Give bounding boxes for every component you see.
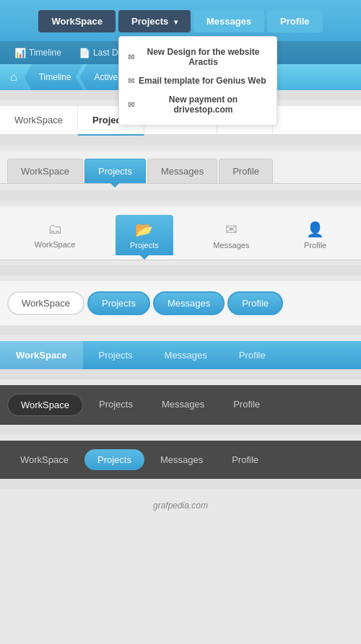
envelope-icon: ✉ — [225, 221, 238, 238]
dark-nav2-messages[interactable]: Messages — [147, 449, 216, 470]
dark-nav2-bar: WorkSpace Projects Messages Profile — [7, 449, 354, 470]
blue-nav-profile[interactable]: Profile — [223, 341, 282, 369]
icon-nav-bar: 🗂 WorkSpace 📂 Projects ✉ Messages 👤 Prof… — [0, 212, 361, 255]
tab-nav-projects[interactable]: Projects — [84, 159, 146, 183]
dark-nav-projects[interactable]: Projects — [86, 394, 146, 416]
person-icon: 👤 — [306, 221, 324, 238]
spacer8 — [0, 479, 361, 489]
spacer4 — [0, 265, 361, 275]
messages-button[interactable]: Messages — [193, 10, 264, 32]
pill-messages[interactable]: Messages — [153, 291, 225, 315]
icon-nav-messages[interactable]: ✉ Messages — [199, 215, 264, 255]
section6-blue-nav: WorkSpace Projects Messages Profile — [0, 341, 361, 369]
tab-nav-workspace[interactable]: WorkSpace — [7, 159, 83, 183]
dark-nav-messages[interactable]: Messages — [149, 394, 217, 416]
flat-nav-workspace[interactable]: WorkSpace — [0, 106, 78, 134]
pill-profile[interactable]: Profile — [227, 291, 283, 315]
doc-icon: 📄 — [79, 48, 90, 58]
section1-header: WorkSpace Projects ▾ New Design for the … — [0, 0, 361, 64]
icon-nav-projects[interactable]: 📂 Projects — [116, 215, 173, 255]
tab-lastd[interactable]: 📄 Last D — [71, 45, 126, 61]
section8-dark-blue-nav: WorkSpace Projects Messages Profile — [0, 441, 361, 479]
spacer6 — [0, 369, 361, 379]
projects-button[interactable]: Projects ▾ New Design for the website Ar… — [118, 10, 191, 32]
pill-projects[interactable]: Projects — [87, 291, 150, 315]
home-breadcrumb[interactable]: ⌂ — [0, 64, 27, 90]
footer: grafpedia.com — [0, 489, 361, 522]
blue-nav-bar: WorkSpace Projects Messages Profile — [0, 341, 361, 369]
blue-nav-workspace[interactable]: WorkSpace — [0, 341, 83, 369]
tab-timeline[interactable]: 📊 Timeline — [7, 45, 69, 61]
dark-nav2-projects[interactable]: Projects — [84, 449, 144, 470]
pill-nav-bar: WorkSpace Projects Messages Profile — [7, 291, 354, 315]
dark-nav2-profile[interactable]: Profile — [219, 449, 271, 470]
dropdown-item-2[interactable]: Email template for Genius Web — [119, 71, 277, 90]
icon-nav-workspace[interactable]: 🗂 WorkSpace — [20, 215, 90, 255]
tab-nav-bar: WorkSpace Projects Messages Profile — [0, 151, 361, 183]
dropdown-item-3[interactable]: New payment on drivestop.com — [119, 90, 277, 119]
icon-nav-profile[interactable]: 👤 Profile — [290, 215, 341, 255]
icon-nav-bottom — [0, 260, 361, 265]
spacer5 — [0, 325, 361, 335]
section7-dark-nav: WorkSpace Projects Messages Profile — [0, 385, 361, 425]
folder-open-icon: 📂 — [135, 221, 153, 238]
tab-nav-messages[interactable]: Messages — [147, 159, 217, 183]
dropdown-arrow-icon: ▾ — [174, 18, 178, 26]
pill-workspace[interactable]: WorkSpace — [7, 291, 84, 315]
dark-nav-workspace[interactable]: WorkSpace — [7, 394, 83, 416]
spacer7 — [0, 425, 361, 435]
profile-button[interactable]: Profile — [267, 10, 322, 32]
section5-pill-nav: WorkSpace Projects Messages Profile — [0, 281, 361, 325]
briefcase-icon: 🗂 — [48, 221, 62, 237]
footer-text: grafpedia.com — [153, 500, 208, 511]
section3-tab-nav: WorkSpace Projects Messages Profile — [0, 151, 361, 190]
section4-icon-nav: 🗂 WorkSpace 📂 Projects ✉ Messages 👤 Prof… — [0, 206, 361, 265]
dark-nav2-workspace[interactable]: WorkSpace — [7, 449, 82, 470]
top-nav-bar: WorkSpace Projects ▾ New Design for the … — [0, 10, 361, 41]
dark-nav-profile[interactable]: Profile — [220, 394, 273, 416]
spacer3 — [0, 190, 361, 200]
workspace-button[interactable]: WorkSpace — [38, 10, 116, 32]
dark-nav-bar: WorkSpace Projects Messages Profile — [7, 394, 354, 416]
tab-nav-bottom — [0, 183, 361, 190]
timeline-breadcrumb[interactable]: Timeline — [25, 64, 83, 90]
blue-nav-projects[interactable]: Projects — [83, 341, 149, 369]
spacer2 — [0, 136, 361, 146]
chart-icon: 📊 — [14, 48, 26, 58]
projects-dropdown: New Design for the website Aractis Email… — [118, 36, 277, 125]
dropdown-item-1[interactable]: New Design for the website Aractis — [119, 43, 277, 71]
blue-nav-messages[interactable]: Messages — [149, 341, 223, 369]
tab-nav-profile[interactable]: Profile — [219, 159, 273, 183]
